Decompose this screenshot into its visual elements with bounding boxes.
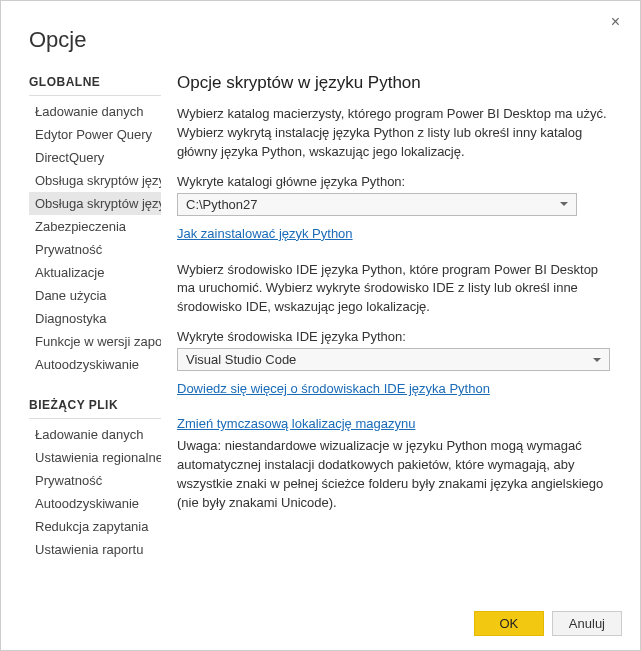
sidebar-item-global[interactable]: Edytor Power Query bbox=[29, 123, 161, 146]
python-ide-value: Visual Studio Code bbox=[186, 352, 296, 367]
sidebar-item-file[interactable]: Ustawienia regionalne bbox=[29, 446, 161, 469]
sidebar-item-file[interactable]: Ustawienia raportu bbox=[29, 538, 161, 561]
sidebar-item-file[interactable]: Ładowanie danych bbox=[29, 423, 161, 446]
dialog-title: Opcje bbox=[1, 1, 640, 69]
python-home-value: C:\Python27 bbox=[186, 197, 258, 212]
python-home-label: Wykryte katalogi główne języka Python: bbox=[177, 174, 610, 189]
ide-learn-more-link[interactable]: Dowiedz się więcej o środowiskach IDE ję… bbox=[177, 381, 490, 396]
sidebar-item-global[interactable]: Aktualizacje bbox=[29, 261, 161, 284]
sidebar: GLOBALNE Ładowanie danychEdytor Power Qu… bbox=[1, 69, 161, 599]
intro-text: Wybierz katalog macierzysty, którego pro… bbox=[177, 105, 610, 162]
sidebar-header-global: GLOBALNE bbox=[29, 75, 161, 96]
python-ide-dropdown[interactable]: Visual Studio Code bbox=[177, 348, 610, 371]
sidebar-item-global[interactable]: Prywatność bbox=[29, 238, 161, 261]
sidebar-item-global[interactable]: Funkcje w wersji zapoznawczej bbox=[29, 330, 161, 353]
ok-button[interactable]: OK bbox=[474, 611, 544, 636]
sidebar-item-global[interactable]: DirectQuery bbox=[29, 146, 161, 169]
sidebar-item-global[interactable]: Dane użycia bbox=[29, 284, 161, 307]
sidebar-item-global[interactable]: Obsługa skryptów języka R bbox=[29, 169, 161, 192]
sidebar-item-global[interactable]: Autoodzyskiwanie bbox=[29, 353, 161, 376]
python-ide-label: Wykryte środowiska IDE języka Python: bbox=[177, 329, 610, 344]
dialog-content: GLOBALNE Ładowanie danychEdytor Power Qu… bbox=[1, 69, 640, 599]
sidebar-header-file: BIEŻĄCY PLIK bbox=[29, 398, 161, 419]
temp-storage-link[interactable]: Zmień tymczasową lokalizację magazynu bbox=[177, 416, 415, 431]
main-panel: Opcje skryptów w języku Python Wybierz k… bbox=[161, 69, 640, 599]
sidebar-item-global[interactable]: Ładowanie danych bbox=[29, 100, 161, 123]
warning-text: Uwaga: niestandardowe wizualizacje w jęz… bbox=[177, 437, 610, 512]
close-icon[interactable]: × bbox=[603, 9, 628, 35]
dialog-footer: OK Anuluj bbox=[474, 611, 622, 636]
sidebar-item-global[interactable]: Obsługa skryptów języka Python bbox=[29, 192, 161, 215]
sidebar-item-global[interactable]: Diagnostyka bbox=[29, 307, 161, 330]
install-python-link[interactable]: Jak zainstalować język Python bbox=[177, 226, 353, 241]
sidebar-item-file[interactable]: Autoodzyskiwanie bbox=[29, 492, 161, 515]
sidebar-item-file[interactable]: Prywatność bbox=[29, 469, 161, 492]
sidebar-item-global[interactable]: Zabezpieczenia bbox=[29, 215, 161, 238]
ide-intro-text: Wybierz środowisko IDE języka Python, kt… bbox=[177, 261, 610, 318]
python-home-dropdown[interactable]: C:\Python27 bbox=[177, 193, 577, 216]
sidebar-item-file[interactable]: Redukcja zapytania bbox=[29, 515, 161, 538]
cancel-button[interactable]: Anuluj bbox=[552, 611, 622, 636]
main-heading: Opcje skryptów w języku Python bbox=[177, 73, 610, 93]
